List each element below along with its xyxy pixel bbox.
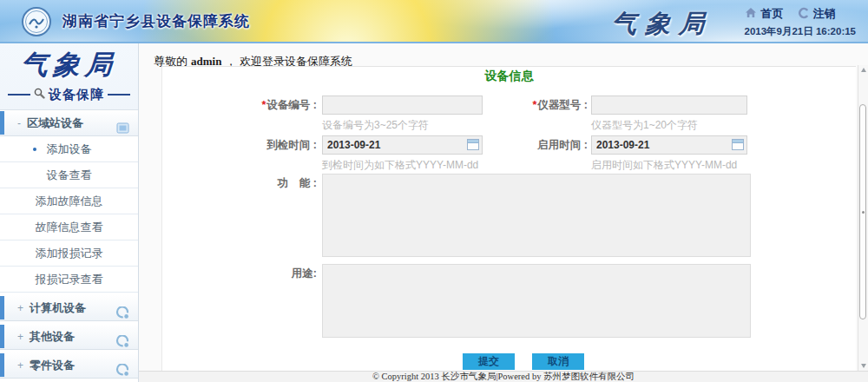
submenu-region-station: 添加设备 设备查看 添加故障信息 故障信息查看 添加报损记录 报损记录查看 — [0, 136, 138, 293]
tagline-text: 设备保障 — [49, 87, 104, 103]
panel-title: 设备信息 — [162, 69, 856, 84]
sidebar-menu: -区域站设备 添加设备 设备查看 添加故障信息 — [0, 109, 138, 382]
sidebar: 气象局 设备保障 -区域站设备 — [0, 43, 139, 382]
label-text: 设备编号 : — [266, 99, 317, 111]
submenu-label: 故障信息查看 — [36, 221, 103, 234]
home-link[interactable]: 首页 — [761, 6, 784, 22]
usage-textarea[interactable] — [322, 264, 751, 338]
usage-label: 用途: — [162, 264, 317, 283]
enable-date-label: 启用时间 : — [483, 135, 588, 155]
header-right: 首页 注销 2013年9月21日 16:20:15 — [745, 6, 857, 38]
sidebar-item-view-fault[interactable]: 故障信息查看 — [0, 214, 138, 240]
tagline-line-right — [108, 94, 130, 96]
cancel-button[interactable]: 取消 — [532, 353, 584, 370]
model-hint: 仪器型号为1~20个字符 — [591, 118, 698, 133]
vertical-scrollbar[interactable] — [858, 65, 868, 371]
check-date-field — [322, 135, 483, 155]
sidebar-item-region-station[interactable]: -区域站设备 — [0, 110, 138, 136]
magnifier-icon — [34, 87, 45, 102]
device-no-input[interactable] — [322, 96, 483, 115]
sidebar-item-add-damage[interactable]: 添加报损记录 — [0, 240, 138, 267]
function-label: 功 能 : — [162, 174, 317, 193]
model-label: *仪器型号 : — [483, 96, 588, 115]
footer: © Copyright 2013 长沙市气象局|Powered by 苏州梦图软… — [139, 371, 868, 382]
sidebar-brand: 气象局 — [0, 47, 139, 83]
top-header: 湖南省宁乡县设备保障系统 气象局 首页 注销 2013年9月21日 16:20:… — [0, 0, 868, 43]
submenu-label: 设备查看 — [47, 168, 92, 181]
section-label: 其他设备 — [30, 330, 75, 343]
scrollbar-down-button[interactable] — [858, 360, 868, 371]
sidebar-item-add-fault[interactable]: 添加故障信息 — [0, 188, 138, 214]
label-text: 启用时间 : — [537, 139, 588, 151]
sidebar-item-view-device[interactable]: 设备查看 — [0, 162, 138, 188]
calendar-icon[interactable] — [732, 139, 744, 150]
check-date-label: 到检时间 : — [162, 135, 317, 155]
active-bullet — [33, 148, 36, 151]
datetime-display: 2013年9月21日 16:20:15 — [745, 25, 857, 38]
enable-date-field — [591, 135, 747, 155]
submenu-label: 添加设备 — [47, 142, 92, 155]
scrollbar-up-button[interactable] — [858, 65, 868, 76]
sidebar-item-view-damage[interactable]: 报损记录查看 — [0, 267, 138, 293]
required-asterisk: * — [532, 99, 536, 111]
system-title: 湖南省宁乡县设备保障系统 — [62, 0, 250, 43]
main-content: 尊敬的admin， 欢迎登录设备保障系统 设备信息 *设备编号 : *仪器型号 … — [139, 43, 868, 382]
label-text: 到检时间 : — [266, 139, 317, 151]
submenu-label: 添加报损记录 — [36, 247, 103, 260]
device-no-label: *设备编号 : — [162, 96, 317, 115]
function-textarea[interactable] — [322, 174, 751, 257]
tagline-line-left — [8, 94, 30, 96]
thumb-grip — [862, 211, 865, 214]
submit-button[interactable]: 提交 — [463, 353, 515, 370]
menu-header-label: 区域站设备 — [27, 116, 83, 129]
collapse-indicator: - — [17, 117, 21, 129]
expand-indicator: + — [17, 331, 23, 343]
header-brand: 气象局 — [596, 7, 729, 42]
sidebar-item-computer-devices[interactable]: +计算机设备 — [0, 294, 138, 321]
label-text: 功 能 : — [278, 177, 317, 189]
label-text: 仪器型号 : — [537, 99, 588, 111]
scrollbar-thumb[interactable] — [859, 104, 866, 319]
submenu-label: 添加故障信息 — [36, 194, 103, 207]
check-date-input[interactable] — [322, 135, 483, 155]
sidebar-tagline: 设备保障 — [0, 86, 138, 103]
label-text: 用途: — [292, 267, 317, 280]
enable-date-input[interactable] — [591, 135, 747, 155]
section-label: 计算机设备 — [30, 301, 86, 314]
device-info-panel: 设备信息 *设备编号 : *仪器型号 : 设备编号为3~25个字符 仪器型号为1… — [161, 66, 856, 371]
bureau-logo-icon — [21, 6, 52, 37]
submenu-label: 报损记录查看 — [36, 273, 103, 286]
calendar-icon[interactable] — [467, 139, 479, 150]
app-window: 湖南省宁乡县设备保障系统 气象局 首页 注销 2013年9月21日 16:20:… — [0, 0, 868, 382]
device-no-hint: 设备编号为3~25个字符 — [322, 118, 429, 133]
section-label: 零件设备 — [30, 359, 75, 372]
model-input[interactable] — [591, 96, 747, 115]
check-date-hint: 到检时间为如下格式YYYY-MM-dd — [322, 158, 478, 173]
required-asterisk: * — [261, 99, 266, 111]
expand-indicator: + — [17, 359, 23, 372]
sidebar-item-other-devices[interactable]: +其他设备 — [0, 323, 138, 350]
header-nav: 首页 注销 — [745, 6, 857, 22]
bubble-icon — [115, 359, 129, 382]
home-icon — [745, 7, 757, 21]
logout-icon — [797, 7, 809, 22]
logout-link[interactable]: 注销 — [813, 6, 836, 22]
sidebar-item-add-device[interactable]: 添加设备 — [0, 136, 138, 162]
sidebar-item-parts-devices[interactable]: +零件设备 — [0, 352, 138, 379]
expand-indicator: + — [17, 302, 23, 314]
enable-date-hint: 启用时间如下格式YYYY-MM-dd — [591, 158, 737, 173]
